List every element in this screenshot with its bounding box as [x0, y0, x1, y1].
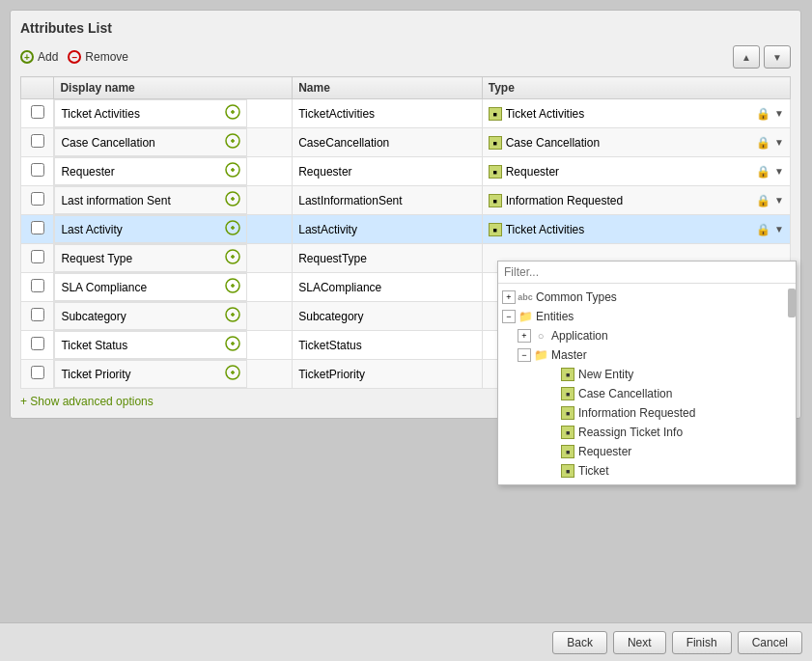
information-requested-icon: ■ — [560, 405, 575, 421]
reassign-ticket-info-label: Reassign Ticket Info — [578, 426, 683, 439]
edit-icon[interactable] — [225, 191, 240, 209]
common-types-toggle[interactable]: + — [502, 290, 516, 304]
remove-icon: − — [68, 50, 81, 64]
master-folder-icon: 📁 — [533, 347, 548, 363]
name-cell: Subcategory — [293, 302, 482, 331]
edit-icon[interactable] — [225, 307, 240, 325]
application-label: Application — [551, 329, 608, 343]
edit-icon[interactable] — [225, 133, 240, 151]
case-cancellation-label: Case Cancellation — [578, 387, 672, 400]
display-name-cell: Last information Sent — [54, 186, 247, 214]
type-icon: ■ — [489, 106, 502, 122]
row-checkbox[interactable] — [31, 105, 44, 119]
bottom-bar: Back Next Finish Cancel — [0, 622, 812, 661]
tree-item-common-types[interactable]: + abc Common Types — [498, 288, 796, 307]
edit-icon[interactable] — [225, 220, 240, 238]
table-row: RequesterRequester■Requester🔒▼ — [21, 157, 791, 186]
edit-icon[interactable] — [225, 365, 240, 383]
type-cell: ■Ticket Activities🔒▼ — [482, 215, 790, 244]
tree-item-ticket[interactable]: ■ Ticket — [498, 461, 796, 481]
application-toggle[interactable]: + — [518, 329, 531, 343]
display-name-text: Subcategory — [61, 310, 219, 323]
finish-button[interactable]: Finish — [672, 631, 732, 654]
display-name-text: Last Activity — [61, 223, 219, 236]
entities-folder-icon: 📁 — [518, 309, 533, 324]
type-text: Ticket Activities — [506, 223, 752, 236]
row-checkbox[interactable] — [31, 366, 44, 379]
name-cell: CaseCancellation — [293, 128, 482, 157]
display-name-text: Ticket Priority — [61, 368, 219, 381]
scrollbar-thumb[interactable] — [788, 289, 796, 317]
dropdown-arrow-icon[interactable]: ▼ — [774, 137, 784, 148]
requester-icon: ■ — [560, 444, 575, 459]
lock-icon: 🔒 — [756, 107, 770, 121]
row-select-cell — [21, 244, 54, 273]
row-select-cell — [21, 128, 54, 157]
type-text: Ticket Activities — [506, 107, 752, 121]
toolbar-left: + Add − Remove — [20, 50, 128, 64]
row-checkbox[interactable] — [31, 134, 44, 148]
row-checkbox[interactable] — [31, 221, 44, 234]
new-entity-label: New Entity — [578, 368, 633, 381]
tree-item-master[interactable]: − 📁 Master — [498, 345, 796, 365]
display-name-cell: Requester — [54, 157, 247, 185]
row-checkbox[interactable] — [31, 163, 44, 177]
row-checkbox[interactable] — [31, 279, 44, 292]
tree-item-new-entity[interactable]: ■ New Entity — [498, 365, 796, 384]
information-requested-label: Information Requested — [578, 406, 695, 420]
filter-input[interactable] — [498, 262, 796, 284]
lock-icon: 🔒 — [756, 194, 770, 207]
lock-icon: 🔒 — [756, 136, 770, 150]
display-name-cell: Ticket Activities — [54, 99, 247, 127]
row-checkbox[interactable] — [31, 308, 44, 321]
edit-icon[interactable] — [225, 336, 240, 354]
edit-icon[interactable] — [225, 249, 240, 267]
tree-item-reassign-ticket-info[interactable]: ■ Reassign Ticket Info — [498, 423, 796, 442]
dropdown-arrow-icon[interactable]: ▼ — [774, 108, 784, 119]
display-name-cell: Case Cancellation — [54, 128, 247, 156]
case-cancellation-icon: ■ — [560, 386, 575, 401]
toolbar: + Add − Remove ▲ ▼ — [20, 45, 791, 69]
type-cell: ■Requester🔒▼ — [482, 157, 790, 186]
row-checkbox[interactable] — [31, 192, 44, 206]
edit-icon[interactable] — [225, 104, 240, 123]
name-cell: LastActivity — [293, 215, 482, 244]
application-icon: ○ — [533, 328, 548, 344]
tree-item-information-requested[interactable]: ■ Information Requested — [498, 403, 796, 423]
display-name-cell: Last Activity — [54, 215, 247, 243]
entities-toggle[interactable]: − — [502, 310, 516, 323]
tree-item-case-cancellation[interactable]: ■ Case Cancellation — [498, 384, 796, 403]
table-row: Case CancellationCaseCancellation■Case C… — [21, 128, 791, 157]
cancel-button[interactable]: Cancel — [738, 631, 802, 654]
ticket-icon: ■ — [560, 463, 575, 479]
add-button[interactable]: + Add — [20, 50, 58, 64]
master-toggle[interactable]: − — [518, 348, 531, 362]
type-text: Case Cancellation — [506, 136, 752, 150]
edit-icon[interactable] — [225, 162, 240, 180]
row-checkbox[interactable] — [31, 337, 44, 350]
name-cell: TicketStatus — [293, 331, 482, 360]
display-name-cell: Subcategory — [54, 302, 247, 330]
row-select-cell — [21, 99, 54, 128]
row-select-cell — [21, 360, 54, 389]
next-button[interactable]: Next — [613, 631, 666, 654]
type-cell: ■Information Requested🔒▼ — [482, 186, 790, 215]
tree-item-requester[interactable]: ■ Requester — [498, 442, 796, 461]
dropdown-arrow-icon[interactable]: ▼ — [774, 224, 784, 234]
type-icon: ■ — [489, 193, 502, 208]
edit-icon[interactable] — [225, 278, 240, 296]
tree-item-application[interactable]: + ○ Application — [498, 326, 796, 345]
lock-icon: 🔒 — [756, 223, 770, 236]
row-checkbox[interactable] — [31, 250, 44, 263]
table-row: Last information SentLastInformationSent… — [21, 186, 791, 215]
move-up-button[interactable]: ▲ — [733, 45, 760, 69]
remove-button[interactable]: − Remove — [68, 50, 128, 64]
row-select-cell — [21, 331, 54, 360]
dropdown-arrow-icon[interactable]: ▼ — [774, 166, 784, 177]
move-down-button[interactable]: ▼ — [764, 45, 791, 69]
tree-item-entities[interactable]: − 📁 Entities — [498, 307, 796, 326]
dropdown-arrow-icon[interactable]: ▼ — [774, 195, 784, 206]
name-cell: SLACompliance — [293, 273, 482, 302]
back-button[interactable]: Back — [552, 631, 607, 654]
display-name-cell: Ticket Priority — [54, 360, 247, 388]
